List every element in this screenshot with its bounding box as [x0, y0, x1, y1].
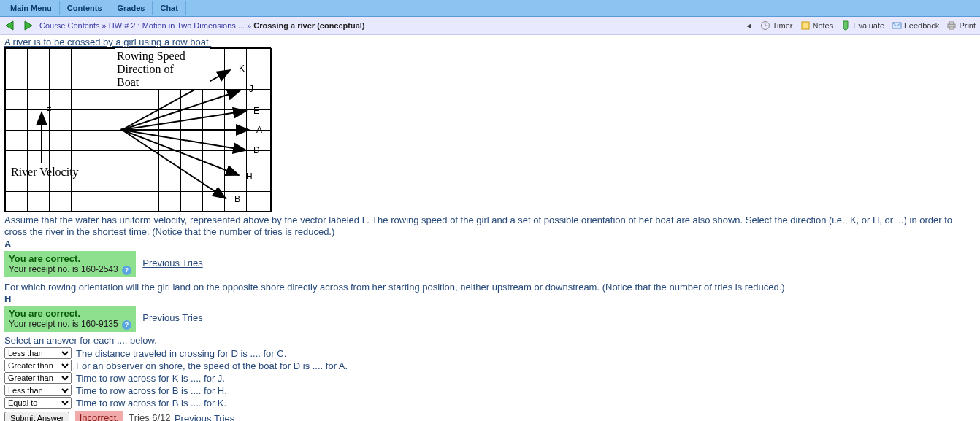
q2-correct-box: You are correct. Your receipt no. is 160… — [4, 306, 136, 332]
q3-row-text: Time to row across for B is .... for H. — [76, 385, 227, 396]
q3-row: Less thanGreater thanEqual toThe distanc… — [4, 347, 976, 359]
q2-correct: You are correct. — [9, 308, 131, 319]
nav-prev-tri[interactable]: ◄ — [745, 21, 753, 30]
nav-forward-icon[interactable] — [22, 20, 35, 31]
menu-main[interactable]: Main Menu — [3, 1, 60, 15]
q3-row: Less thanGreater thanEqual toTime to row… — [4, 397, 976, 409]
q3-rows: Less thanGreater thanEqual toThe distanc… — [4, 347, 976, 409]
q3-row-text: Time to row across for B is .... for K. — [76, 398, 226, 409]
q3-prev-tries[interactable]: Previous Tries — [175, 413, 234, 421]
content: A river is to be crossed by a girl using… — [0, 35, 980, 421]
evaluate-icon — [841, 20, 851, 31]
incorrect-badge: Incorrect. — [75, 411, 123, 421]
figure: F River Velocity K J E A D H B Rowing Sp… — [4, 47, 271, 212]
tool-print[interactable]: Print — [946, 20, 976, 31]
crumb-current: Crossing a river (conceptual) — [253, 21, 364, 30]
svg-marker-1 — [25, 21, 32, 30]
label-B: B — [234, 194, 240, 204]
svg-marker-0 — [6, 21, 13, 30]
menu-grades[interactable]: Grades — [110, 1, 153, 15]
q1-correct: You are correct. — [9, 253, 131, 264]
top-menu: Main Menu Contents Grades Chat — [0, 0, 980, 17]
tool-feedback[interactable]: Feedback — [892, 20, 939, 31]
label-K: K — [239, 63, 245, 74]
label-F: F — [46, 106, 51, 116]
clock-icon — [760, 20, 770, 31]
q3-select[interactable]: Less thanGreater thanEqual to — [4, 372, 72, 384]
q2-text: For which rowing orientation will the gi… — [4, 282, 976, 293]
tool-timer-label: Timer — [773, 21, 793, 30]
crumb-sep2: » — [247, 21, 253, 30]
q2-receipt: Your receipt no. is 160-9135 — [9, 319, 118, 329]
label-H: H — [246, 171, 253, 182]
crumb-sep1: » — [102, 21, 109, 30]
intro-link[interactable]: A river is to be crossed by a girl using… — [4, 36, 211, 47]
menu-contents[interactable]: Contents — [60, 1, 110, 15]
q3-intro: Select an answer for each .... below. — [4, 335, 976, 347]
svg-rect-8 — [949, 22, 954, 24]
q2-prev-tries[interactable]: Previous Tries — [142, 312, 202, 323]
label-river: River Velocity — [11, 166, 79, 179]
q1-text: Assume that the water has uniform veloci… — [4, 215, 976, 239]
q3-select[interactable]: Less thanGreater thanEqual to — [4, 360, 72, 371]
tries-text: Tries 6/12 — [129, 412, 170, 421]
svg-rect-9 — [949, 27, 954, 29]
print-icon — [946, 20, 957, 31]
tool-feedback-label: Feedback — [904, 21, 939, 30]
svg-line-39 — [122, 130, 246, 150]
figure-svg: F River Velocity K J E A D H B Rowing Sp… — [5, 48, 272, 212]
tool-evaluate-label: Evaluate — [853, 21, 884, 30]
q3-select[interactable]: Less thanGreater thanEqual to — [4, 347, 72, 359]
tool-print-label: Print — [959, 21, 976, 30]
q3-row: Less thanGreater thanEqual toTime to row… — [4, 385, 976, 396]
q1-receipt: Your receipt no. is 160-2543 — [9, 264, 118, 274]
q3-select[interactable]: Less thanGreater thanEqual to — [4, 397, 72, 409]
help-icon[interactable]: ? — [122, 266, 131, 275]
q1-answer: A — [4, 239, 976, 250]
label-boat: Boat — [117, 76, 139, 88]
nav-back-icon[interactable] — [4, 20, 18, 31]
q3-row: Less thanGreater thanEqual toTime to row… — [4, 372, 976, 384]
breadcrumb: Course Contents » HW # 2 : Motion in Two… — [39, 21, 365, 30]
tool-evaluate[interactable]: Evaluate — [841, 20, 884, 31]
label-rowing: Rowing Speed — [117, 50, 185, 63]
crumb-course[interactable]: Course Contents — [39, 21, 100, 30]
tool-notes[interactable]: Notes — [800, 20, 834, 31]
label-D: D — [253, 145, 260, 155]
q1-prev-tries[interactable]: Previous Tries — [142, 258, 202, 269]
help-icon[interactable]: ? — [122, 320, 131, 330]
submit-button[interactable]: Submit Answer — [4, 412, 69, 421]
label-A: A — [256, 125, 262, 135]
label-direction: Direction of — [117, 63, 174, 75]
label-J: J — [249, 84, 253, 94]
feedback-icon — [892, 20, 902, 31]
q3-row-text: Time to row across for K is .... for J. — [76, 373, 225, 384]
menu-chat[interactable]: Chat — [153, 1, 185, 15]
tool-notes-label: Notes — [813, 21, 834, 30]
tool-timer[interactable]: Timer — [760, 20, 793, 31]
q1-correct-box: You are correct. Your receipt no. is 160… — [4, 251, 136, 277]
q3-row-text: For an observer on shore, the speed of t… — [76, 360, 348, 371]
q3-select[interactable]: Less thanGreater thanEqual to — [4, 385, 72, 396]
label-E: E — [253, 106, 259, 116]
nav-bar: Course Contents » HW # 2 : Motion in Two… — [0, 17, 980, 35]
notes-icon — [800, 20, 811, 31]
crumb-hw[interactable]: HW # 2 : Motion in Two Dimensions ... — [109, 21, 245, 30]
q2-answer: H — [4, 293, 976, 304]
q3-row: Less thanGreater thanEqual toFor an obse… — [4, 360, 976, 371]
svg-rect-5 — [802, 22, 809, 29]
q3-row-text: The distance traveled in crossing for D … — [76, 348, 286, 359]
